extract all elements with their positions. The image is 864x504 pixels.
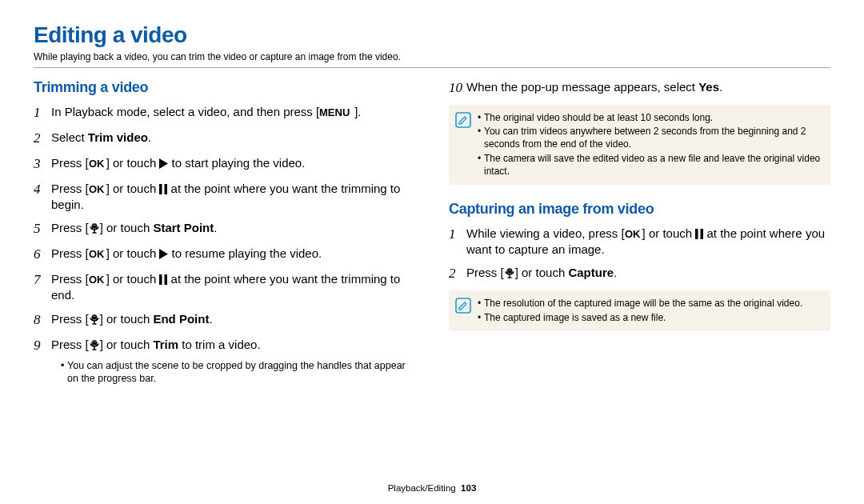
svg-text:OK: OK: [625, 228, 641, 239]
step-text: Press [OK] or touch to resume playing th…: [51, 246, 415, 264]
step-number: 9: [34, 337, 51, 355]
note-1-list: The original video should be at least 10…: [478, 111, 822, 178]
ok-icon: OK: [89, 248, 106, 259]
two-column-layout: Trimming a video 1In Playback mode, sele…: [34, 79, 830, 392]
step-number: 4: [34, 181, 51, 214]
step-text: Press [OK] or touch at the point where y…: [51, 181, 415, 214]
step-number: 1: [34, 104, 51, 122]
svg-marker-2: [159, 158, 168, 169]
pencil-note-icon: [455, 302, 471, 316]
step-item: 9Press [] or touch Trim to trim a video.: [34, 337, 415, 355]
ok-icon: OK: [89, 158, 106, 169]
svg-point-13: [92, 342, 95, 345]
step-number: 3: [34, 155, 51, 174]
svg-marker-8: [159, 249, 168, 259]
right-column: 10When the pop-up message appears, selec…: [449, 79, 830, 392]
play-icon: [159, 158, 168, 169]
page-title: Editing a video: [34, 22, 830, 48]
step-bold: Capture: [568, 266, 614, 279]
step-text: Press [OK] or touch at the point where y…: [51, 271, 415, 304]
section-capturing: Capturing an image from video: [449, 201, 830, 218]
step-item: 1While viewing a video, press [OK] or to…: [449, 226, 830, 258]
svg-point-12: [92, 316, 95, 319]
step-number: 2: [449, 265, 466, 283]
note-box-1: The original video should be at least 10…: [449, 105, 830, 185]
note-icon: [455, 112, 471, 178]
sub-bullet: You can adjust the scene to be cropped b…: [61, 359, 415, 386]
step-bold: End Point: [153, 312, 209, 326]
pause-icon: [695, 229, 703, 239]
page-footer: Playback/Editing 103: [0, 483, 864, 493]
play-icon: [159, 249, 168, 259]
step-item: 1In Playback mode, select a video, and t…: [34, 104, 415, 122]
note-item: You can trim videos anywhere between 2 s…: [478, 125, 822, 150]
pause-icon: [159, 184, 167, 194]
macro-icon: [89, 339, 100, 350]
ok-icon: OK: [89, 183, 106, 194]
left-column: Trimming a video 1In Playback mode, sele…: [34, 79, 415, 392]
svg-rect-14: [456, 113, 470, 127]
svg-rect-19: [456, 298, 470, 313]
ok-icon: OK: [89, 274, 106, 285]
step-text: Press [] or touch Capture.: [466, 265, 830, 283]
step-item: 2Select Trim video.: [34, 130, 415, 148]
trimming-sub-bullets: You can adjust the scene to be cropped b…: [34, 359, 415, 386]
note-item: The captured image is saved as a new fil…: [478, 311, 822, 324]
svg-text:MENU: MENU: [319, 106, 350, 118]
svg-point-6: [92, 226, 95, 229]
svg-rect-11: [165, 274, 168, 285]
step-number: 5: [34, 220, 51, 238]
macro-icon: [89, 314, 100, 325]
footer-page-number: 103: [461, 483, 476, 493]
trimming-steps: 1In Playback mode, select a video, and t…: [34, 104, 415, 355]
step-number: 7: [34, 271, 51, 304]
step-item: 10When the pop-up message appears, selec…: [449, 79, 830, 98]
step-bold: Start Point: [153, 221, 214, 234]
step-text: Press [] or touch End Point.: [51, 311, 415, 330]
step-item: 2Press [] or touch Capture.: [449, 265, 830, 283]
step-text: When the pop-up message appears, select …: [466, 79, 830, 98]
step-item: 4Press [OK] or touch at the point where …: [34, 181, 415, 214]
svg-point-18: [507, 270, 510, 274]
step-number: 2: [34, 130, 51, 148]
step-bold: Trim: [153, 338, 178, 351]
svg-text:OK: OK: [89, 274, 105, 285]
note-2-list: The resolution of the captured image wil…: [478, 297, 822, 324]
menu-icon: MENU: [319, 106, 354, 118]
step-item: 8Press [] or touch End Point.: [34, 311, 415, 330]
step-text: In Playback mode, select a video, and th…: [51, 104, 415, 122]
step-item: 5Press [] or touch Start Point.: [34, 220, 415, 238]
svg-text:OK: OK: [89, 248, 105, 259]
pencil-note-icon: [455, 117, 471, 130]
macro-icon: [89, 222, 100, 234]
footer-section: Playback/Editing: [388, 483, 456, 493]
svg-rect-5: [165, 184, 168, 194]
step-item: 3Press [OK] or touch to start playing th…: [34, 155, 415, 174]
step-text: Press [] or touch Trim to trim a video.: [51, 337, 415, 355]
step-text: While viewing a video, press [OK] or tou…: [466, 226, 830, 258]
note-icon: [455, 298, 471, 324]
step-number: 1: [449, 226, 466, 258]
ok-icon: OK: [625, 228, 642, 239]
step-text: Select Trim video.: [51, 130, 415, 148]
step-number: 6: [34, 246, 51, 264]
svg-rect-17: [701, 229, 704, 239]
section-trimming: Trimming a video: [34, 79, 415, 96]
svg-rect-10: [159, 274, 162, 285]
note-item: The resolution of the captured image wil…: [478, 297, 822, 310]
step-number: 10: [449, 79, 466, 98]
svg-text:OK: OK: [89, 183, 105, 194]
note-box-2: The resolution of the captured image wil…: [449, 290, 830, 330]
svg-text:OK: OK: [89, 158, 105, 169]
pause-icon: [159, 274, 167, 285]
svg-rect-16: [695, 229, 698, 239]
svg-rect-4: [159, 184, 162, 194]
macro-icon: [504, 267, 515, 278]
step-number: 8: [34, 311, 51, 330]
step-bold: Trim video: [88, 130, 148, 144]
page-subtitle: While playing back a video, you can trim…: [34, 51, 830, 68]
step-bold: Yes: [698, 80, 719, 94]
note-item: The original video should be at least 10…: [478, 111, 822, 124]
step-item: 6Press [OK] or touch to resume playing t…: [34, 246, 415, 264]
step-item: 7Press [OK] or touch at the point where …: [34, 271, 415, 304]
